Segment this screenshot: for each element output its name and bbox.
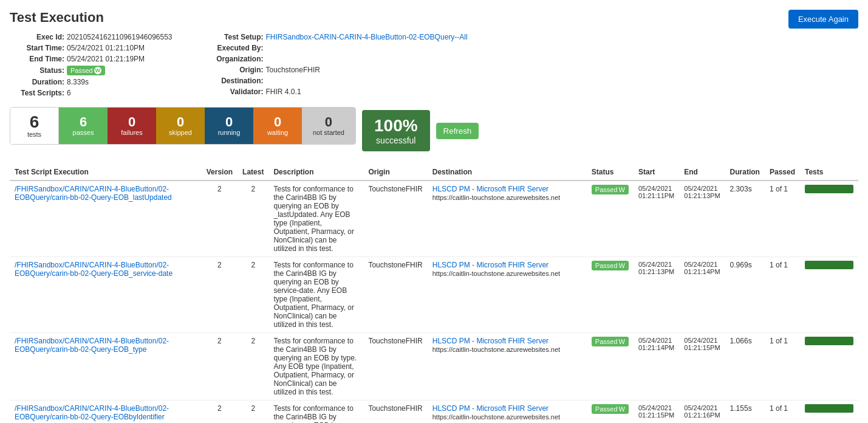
cell-status-2: PassedW [587, 333, 634, 401]
running-count: 0 [225, 115, 233, 129]
summary-tests: 6 tests [10, 108, 59, 144]
summary-passes: 6 passes [59, 108, 108, 144]
meta-right: Test Setup: FHIRSandbox-CARIN-CARIN-4-Bl… [209, 33, 468, 97]
script-link-2[interactable]: /FHIRSandbox/CARIN/CARIN-4-BlueButton/02… [15, 337, 197, 354]
script-link-0[interactable]: /FHIRSandbox/CARIN/CARIN-4-BlueButton/02… [15, 185, 197, 202]
cell-version-2: 2 [202, 333, 238, 401]
cell-tests-1 [800, 257, 858, 333]
cell-origin-1: TouchstoneFHIR [363, 257, 427, 333]
summary-not-started: 0 not started [302, 108, 355, 144]
col-origin: Origin [363, 164, 427, 181]
cell-version-3: 2 [202, 401, 238, 424]
waiting-count: 0 [274, 115, 281, 129]
failures-label: failures [121, 129, 142, 136]
exec-id-label: Exec Id: [10, 33, 64, 41]
results-table: Test Script Execution Version Latest Des… [10, 164, 858, 423]
col-destination: Destination [428, 164, 587, 181]
cell-latest-2: 2 [238, 333, 268, 401]
script-link-1[interactable]: /FHIRSandbox/CARIN/CARIN-4-BlueButton/02… [15, 261, 197, 278]
col-tests: Tests [800, 164, 858, 181]
dest-url-3: https://caitlin-touchstone.azurewebsites… [432, 413, 560, 421]
status-badge-0: PassedW [592, 185, 629, 194]
end-time-value: 05/24/2021 01:21:19PM [67, 55, 145, 63]
cell-latest-0: 2 [238, 181, 268, 257]
status-badge: Passed W [67, 66, 105, 75]
cell-description-0: Tests for conformance to the Carin4BB IG… [268, 181, 363, 257]
duration-label: Duration: [10, 78, 64, 86]
passes-count: 6 [80, 115, 87, 129]
dest-link-0[interactable]: HLSCD PM - Microsoft FHIR Server [432, 185, 548, 193]
success-block: 100% successful [362, 110, 430, 151]
tests-label: tests [27, 131, 41, 138]
table-row: /FHIRSandbox/CARIN/CARIN-4-BlueButton/02… [10, 401, 858, 424]
cell-script-0: /FHIRSandbox/CARIN/CARIN-4-BlueButton/02… [10, 181, 202, 257]
test-scripts-label: Test Scripts: [10, 89, 64, 97]
cell-status-3: PassedW [587, 401, 634, 424]
progress-bar-1 [805, 261, 853, 269]
cell-destination-3: HLSCD PM - Microsoft FHIR Server https:/… [428, 401, 587, 424]
cell-passed-1: 1 of 1 [765, 257, 800, 333]
not-started-label: not started [313, 129, 344, 136]
failures-count: 0 [128, 115, 135, 129]
end-time-label: End Time: [10, 55, 64, 63]
cell-end-0: 05/24/2021 01:21:13PM [679, 181, 725, 257]
start-time-value: 05/24/2021 01:21:10PM [67, 44, 145, 52]
skipped-count: 0 [177, 115, 184, 129]
cell-origin-2: TouchstoneFHIR [363, 333, 427, 401]
dest-link-3[interactable]: HLSCD PM - Microsoft FHIR Server [432, 404, 548, 413]
cell-origin-3: TouchstoneFHIR [363, 401, 427, 424]
cell-end-2: 05/24/2021 01:21:15PM [679, 333, 725, 401]
passes-label: passes [73, 129, 94, 136]
cell-destination-0: HLSCD PM - Microsoft FHIR Server https:/… [428, 181, 587, 257]
test-scripts-value: 6 [67, 89, 71, 97]
cell-tests-3 [800, 401, 858, 424]
page-title: Test Execution [10, 10, 858, 26]
summary-bar: 6 tests 6 passes 0 failures 0 skipped 0 … [10, 107, 356, 145]
cell-script-3: /FHIRSandbox/CARIN/CARIN-4-BlueButton/02… [10, 401, 202, 424]
cell-description-1: Tests for conformance to the Carin4BB IG… [268, 257, 363, 333]
execute-again-button[interactable]: Execute Again [788, 10, 858, 29]
cell-latest-1: 2 [238, 257, 268, 333]
cell-duration-0: 2.303s [725, 181, 765, 257]
progress-bar-0 [805, 185, 853, 193]
summary-row: 6 tests 6 passes 0 failures 0 skipped 0 … [10, 107, 858, 154]
w-icon-3: W [619, 405, 625, 413]
col-passed: Passed [765, 164, 800, 181]
script-link-3[interactable]: /FHIRSandbox/CARIN/CARIN-4-BlueButton/02… [15, 404, 197, 421]
not-started-count: 0 [325, 115, 332, 129]
cell-latest-3: 2 [238, 401, 268, 424]
table-row: /FHIRSandbox/CARIN/CARIN-4-BlueButton/02… [10, 333, 858, 401]
test-setup-value[interactable]: FHIRSandbox-CARIN-CARIN-4-BlueButton-02-… [266, 33, 468, 41]
col-start: Start [634, 164, 679, 181]
status-badge-2: PassedW [592, 337, 629, 346]
cell-destination-1: HLSCD PM - Microsoft FHIR Server https:/… [428, 257, 587, 333]
col-version: Version [202, 164, 238, 181]
col-duration: Duration [725, 164, 765, 181]
dest-link-1[interactable]: HLSCD PM - Microsoft FHIR Server [432, 261, 548, 269]
duration-value: 8.339s [67, 78, 89, 86]
cell-version-0: 2 [202, 181, 238, 257]
cell-origin-0: TouchstoneFHIR [363, 181, 427, 257]
validator-label: Validator: [209, 88, 264, 96]
progress-bar-2 [805, 337, 853, 345]
origin-label: Origin: [209, 66, 264, 74]
summary-skipped: 0 skipped [156, 108, 205, 144]
w-icon-1: W [619, 262, 625, 269]
col-status: Status [587, 164, 634, 181]
dest-link-2[interactable]: HLSCD PM - Microsoft FHIR Server [432, 337, 548, 345]
cell-duration-3: 1.155s [725, 401, 765, 424]
exec-id-value: 20210524162110961946096553 [67, 33, 173, 41]
cell-start-3: 05/24/2021 01:21:15PM [634, 401, 679, 424]
cell-duration-2: 1.066s [725, 333, 765, 401]
status-badge-3: PassedW [592, 404, 629, 414]
header-section: Exec Id: 20210524162110961946096553 Star… [10, 33, 858, 97]
skipped-label: skipped [169, 129, 192, 136]
waiting-label: waiting [267, 129, 288, 136]
running-label: running [218, 129, 241, 136]
cell-status-0: PassedW [587, 181, 634, 257]
summary-waiting: 0 waiting [253, 108, 302, 144]
status-label: Status: [10, 66, 64, 75]
col-description: Description [268, 164, 363, 181]
table-row: /FHIRSandbox/CARIN/CARIN-4-BlueButton/02… [10, 181, 858, 257]
refresh-button[interactable]: Refresh [436, 123, 479, 139]
